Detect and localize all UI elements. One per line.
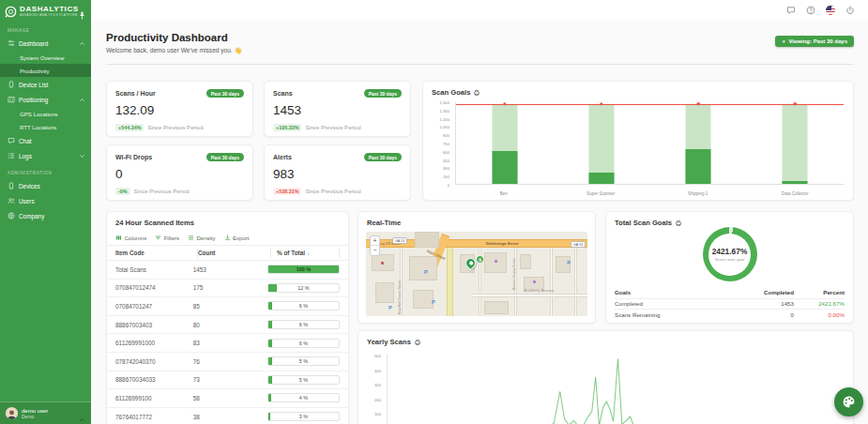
table-row[interactable]: 078742040370765 % (107, 353, 348, 371)
goals-table-header: Goals Completed Percent (615, 287, 845, 298)
y-tick-label: 1,350 (440, 108, 449, 113)
column-header-pct[interactable]: % of Total ↓ (271, 249, 340, 258)
map-marker-count-badge[interactable]: 9 (476, 255, 484, 264)
realtime-title: Real-Time (367, 219, 401, 227)
stat-delta: +544.34% (115, 124, 144, 131)
cell-item-code: 070847012474 (115, 284, 193, 291)
sidebar-item-positioning[interactable]: Positioning (0, 92, 91, 107)
table-row[interactable]: 88867003403806 % (107, 316, 348, 335)
zoom-out-button[interactable]: − (371, 246, 379, 255)
percent-bar: 100 % (267, 265, 340, 274)
sidebar-item-devices[interactable]: Devices (0, 178, 91, 193)
sidebar-item-rtt-locations[interactable]: RTT Locations (0, 120, 91, 133)
yearly-scans-title: Yearly Scans (367, 338, 411, 346)
donut-chart: 2421.67% Scans over goal (606, 227, 853, 281)
scanned-items-title: 24 Hour Scanned Items (115, 219, 194, 227)
sidebar-item-label: Users (19, 198, 85, 204)
table-row[interactable]: 61126999100584 % (107, 389, 348, 408)
toolbar-density-button[interactable]: Density (188, 235, 216, 241)
toolbar-columns-button[interactable]: Columns (115, 235, 146, 241)
table-row[interactable]: 07084701247856 % (107, 297, 348, 316)
chat-icon[interactable] (786, 6, 796, 15)
sidebar-item-chat[interactable]: Chat (0, 133, 91, 148)
print-icon[interactable] (473, 89, 480, 97)
percent-label: 6 % (268, 340, 339, 347)
sidebar-item-productivity[interactable]: Productivity (0, 64, 91, 77)
map-zoom-control: + − (370, 235, 380, 256)
pin-sidebar-icon[interactable] (78, 7, 86, 15)
app-logo-icon (5, 5, 17, 17)
print-icon[interactable] (414, 339, 421, 346)
scan-goals-chart: 1,5001,3501,2001,0509007506004503001500 (431, 102, 844, 185)
column-header-count[interactable]: Count (198, 249, 271, 258)
x-tick-label: Data Collector (747, 191, 845, 196)
map-building (415, 232, 439, 248)
table-row[interactable]: 888670034033735 % (107, 371, 348, 390)
sidebar-item-company[interactable]: Company (0, 208, 91, 223)
stat-value: 132.09 (115, 103, 244, 117)
sidebar-item-label: Device List (19, 82, 85, 88)
sidebar-item-users[interactable]: Users (0, 193, 91, 208)
map-road (447, 248, 453, 316)
sort-desc-icon: ↓ (307, 249, 310, 258)
y-tick-label: 300 (443, 166, 449, 171)
sidebar-item-logs[interactable]: Logs (0, 148, 91, 163)
user-avatar (6, 407, 18, 419)
table-row[interactable]: Total Scans1453100 % (107, 261, 348, 280)
map-street-label: Dahlonega Street (486, 241, 518, 246)
toolbar-filters-button[interactable]: Filters (155, 235, 179, 241)
percent-label: 4 % (268, 394, 339, 401)
cell-item-code: 888670034033 (115, 376, 193, 383)
goal-line-marker (794, 102, 798, 106)
table-row[interactable]: 76764017772383 % (107, 408, 348, 424)
percent-label: 6 % (268, 302, 339, 310)
cell-item-code: Total Scans (115, 266, 193, 273)
actual-bar (588, 173, 614, 184)
scan-goals-y-axis: 1,5001,3501,2001,0509007506004503001500 (431, 102, 453, 185)
cell-count: 73 (193, 376, 262, 383)
map-parking-icon: P (432, 299, 435, 305)
bar-group-data-collector (747, 102, 844, 184)
table-row[interactable]: 611269991000836 % (107, 334, 348, 353)
percent-label: 12 % (268, 284, 339, 292)
column-header-item-code[interactable]: Item Code (115, 249, 198, 258)
app-logo-text: DASHALYTICS ADVANCED ANALYTICS PLATFORM (20, 5, 75, 17)
toolbar-export-button[interactable]: Export (224, 235, 250, 241)
topbar (91, 0, 868, 21)
table-row[interactable]: 07084701247417512 % (107, 280, 348, 298)
percent-bar: 4 % (267, 393, 340, 402)
realtime-map[interactable]: Dahlonega Street Main Street Highway 53 … (366, 232, 587, 316)
percent-bar: 5 % (267, 356, 340, 366)
map-route-shield: GA 53 (571, 241, 586, 248)
viewing-period-button[interactable]: ▼ Viewing: Past 30 days (775, 36, 854, 47)
goals-table-row: Scans Remaining 0 0.00% (615, 309, 845, 320)
y-tick-label: 150 (443, 174, 449, 179)
period-badge: Past 30 days (364, 89, 402, 98)
toolbar-label: Export (233, 235, 249, 241)
power-icon[interactable] (845, 6, 855, 15)
zoom-in-button[interactable]: + (371, 236, 379, 246)
sidebar-item-system-overview[interactable]: System Overview (0, 51, 91, 64)
stat-delta: +195.33% (273, 124, 301, 131)
sidebar-item-gps-locations[interactable]: GPS Locations (0, 107, 91, 120)
toolbar-label: Filters (164, 235, 179, 241)
sidebar-item-label: Chat (19, 138, 85, 144)
theme-customizer-fab[interactable] (834, 387, 863, 416)
table-body: Total Scans1453100 %07084701247417512 %0… (107, 261, 348, 424)
yearly-scans-chart: 5004003002001000 (366, 354, 844, 424)
sidebar-user-footer[interactable]: demo user Demo (0, 401, 91, 424)
device-icon (8, 182, 15, 189)
map-building (520, 254, 531, 269)
percent-bar: 6 % (267, 320, 340, 329)
percent-bar: 5 % (267, 375, 340, 385)
cell-count: 58 (193, 395, 262, 401)
help-icon[interactable] (806, 6, 815, 15)
map-parking-icon: P (424, 269, 428, 275)
palette-icon (842, 395, 856, 409)
print-icon[interactable] (675, 220, 682, 227)
realtime-card: Real-Time (358, 211, 596, 324)
y-tick-label: 450 (443, 158, 449, 162)
sidebar-item-device-list[interactable]: Device List (0, 77, 91, 92)
us-flag-language-icon[interactable] (826, 6, 835, 15)
sidebar-item-dashboard[interactable]: Dashboard (0, 36, 91, 51)
